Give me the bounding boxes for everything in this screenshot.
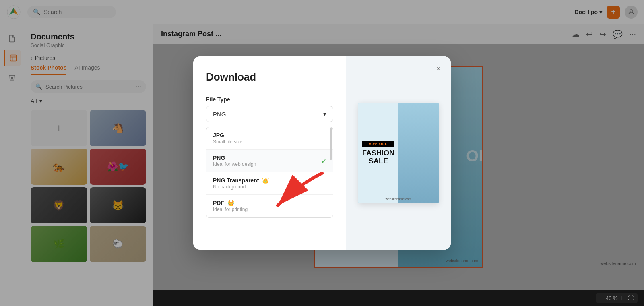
preview-card: 50% OFF FASHION SALE websitename.com [358,103,439,203]
option-pdf[interactable]: PDF 👑 Ideal for printing [206,195,333,217]
file-type-dropdown: JPG Small file size PNG Ideal for web de… [206,127,333,218]
scrollbar-thumb [330,128,332,160]
preview-website: websitename.com [358,197,439,201]
chevron-down-icon: ▾ [323,110,326,118]
option-jpg[interactable]: JPG Small file size [206,127,333,150]
premium-icon: 👑 [227,200,234,206]
modal-title: Download [206,71,333,83]
preview-badge: 50% OFF [362,141,394,147]
check-icon: ✓ [321,157,326,165]
premium-icon: 👑 [262,177,269,184]
option-png-transparent[interactable]: PNG Transparent 👑 No background [206,172,333,195]
file-type-label: File Type [206,96,333,103]
scrollbar[interactable] [330,127,332,217]
close-button[interactable]: × [432,63,444,75]
modal-left: Download File Type PNG ▾ JPG Small file … [193,56,346,250]
modal-preview: 50% OFF FASHION SALE websitename.com [346,56,451,250]
file-type-select[interactable]: PNG ▾ [206,106,333,122]
preview-inner: 50% OFF FASHION SALE websitename.com [358,103,439,203]
option-png[interactable]: PNG Ideal for web design ✓ [206,150,333,172]
selected-type-label: PNG [213,111,226,118]
preview-headline: FASHION SALE [362,149,394,165]
modal-overlay[interactable]: × Download File Type PNG ▾ JPG Small fil… [0,0,644,306]
download-modal: × Download File Type PNG ▾ JPG Small fil… [193,56,451,250]
